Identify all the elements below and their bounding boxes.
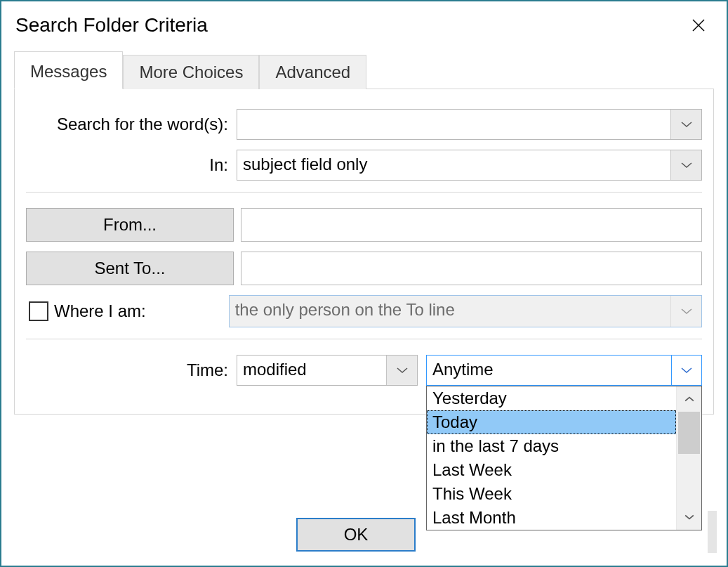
time-range-combo[interactable]: Anytime Yesterday Today in the last 7 da… bbox=[426, 355, 702, 386]
time-label: Time: bbox=[26, 360, 237, 380]
tab-messages[interactable]: Messages bbox=[14, 51, 123, 89]
from-button[interactable]: From... bbox=[26, 208, 234, 242]
from-input[interactable] bbox=[241, 208, 702, 242]
in-label: In: bbox=[26, 155, 237, 175]
tab-panel-messages: Search for the word(s): In: subject fiel… bbox=[14, 89, 714, 415]
title-bar: Search Folder Criteria bbox=[1, 1, 727, 46]
time-option-last-week[interactable]: Last Week bbox=[427, 458, 676, 482]
tab-more-choices[interactable]: More Choices bbox=[123, 55, 259, 89]
in-combo[interactable]: subject field only bbox=[237, 150, 702, 181]
dropdown-items: Yesterday Today in the last 7 days Last … bbox=[427, 386, 676, 530]
time-type-value: modified bbox=[237, 356, 386, 385]
tab-advanced[interactable]: Advanced bbox=[259, 55, 366, 89]
where-i-am-combo: the only person on the To line bbox=[229, 295, 702, 327]
where-i-am-value: the only person on the To line bbox=[230, 296, 670, 327]
ok-button[interactable]: OK bbox=[296, 518, 416, 552]
time-range-dropdown-list: Yesterday Today in the last 7 days Last … bbox=[426, 386, 702, 530]
time-type-combo[interactable]: modified bbox=[237, 355, 418, 386]
content-area: Messages More Choices Advanced Search fo… bbox=[1, 46, 727, 415]
where-i-am-label: Where I am: bbox=[54, 301, 146, 321]
dialog-title: Search Folder Criteria bbox=[15, 14, 208, 37]
search-words-input[interactable] bbox=[237, 110, 670, 139]
in-dropdown-icon[interactable] bbox=[670, 150, 701, 180]
divider-2 bbox=[26, 339, 702, 339]
sent-to-button[interactable]: Sent To... bbox=[26, 252, 234, 285]
dropdown-scrollbar[interactable] bbox=[676, 386, 701, 530]
time-option-yesterday[interactable]: Yesterday bbox=[427, 386, 676, 410]
time-option-last-7-days[interactable]: in the last 7 days bbox=[427, 434, 676, 458]
divider-1 bbox=[26, 192, 702, 193]
scroll-track[interactable] bbox=[677, 412, 701, 504]
time-option-last-month[interactable]: Last Month bbox=[427, 506, 676, 530]
search-words-label: Search for the word(s): bbox=[26, 115, 237, 134]
tab-strip: Messages More Choices Advanced bbox=[14, 51, 714, 89]
time-option-today[interactable]: Today bbox=[427, 410, 676, 434]
time-type-dropdown-icon[interactable] bbox=[386, 356, 417, 385]
in-value: subject field only bbox=[237, 150, 670, 180]
search-words-combo[interactable] bbox=[237, 109, 702, 140]
close-icon[interactable] bbox=[684, 11, 713, 39]
where-i-am-checkbox[interactable] bbox=[29, 301, 48, 321]
scroll-down-icon[interactable] bbox=[677, 504, 701, 530]
time-option-this-week[interactable]: This Week bbox=[427, 482, 676, 506]
time-range-dropdown-icon[interactable] bbox=[671, 355, 702, 386]
scroll-up-icon[interactable] bbox=[677, 386, 701, 412]
search-words-dropdown-icon[interactable] bbox=[670, 110, 701, 139]
scroll-thumb[interactable] bbox=[678, 412, 700, 454]
footer-shadow bbox=[708, 511, 717, 553]
sent-to-input[interactable] bbox=[241, 252, 702, 285]
where-i-am-dropdown-icon bbox=[670, 296, 701, 327]
time-range-value: Anytime bbox=[427, 356, 672, 385]
